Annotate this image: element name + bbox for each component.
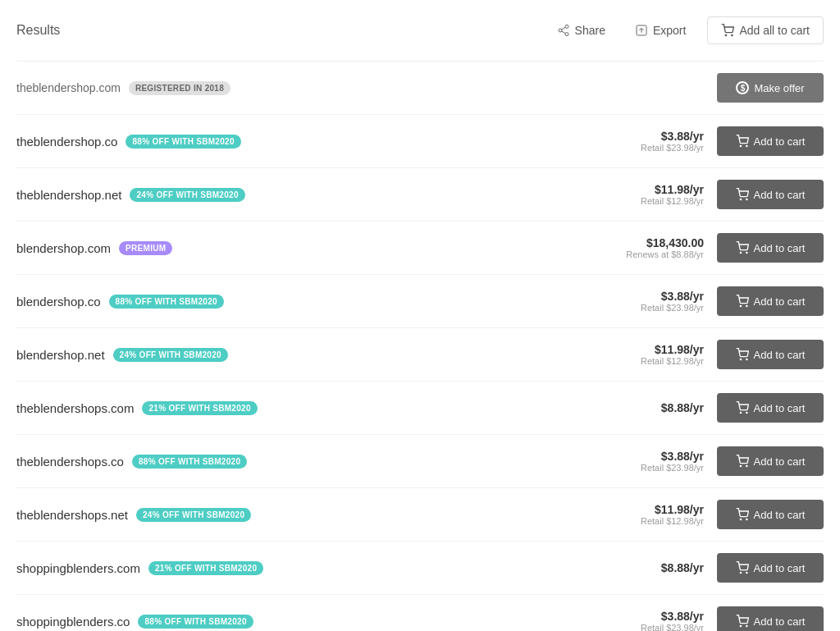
domain-name: theblendershops.co [16, 455, 124, 469]
domain-name: blendershop.co [16, 295, 101, 309]
cart-icon [736, 401, 749, 414]
svg-point-21 [740, 465, 741, 466]
price-retail: Retail $23.98/yr [641, 143, 704, 153]
domain-badge: 88% OFF WITH SBM2020 [126, 135, 240, 149]
price-main: $3.88/yr [641, 130, 704, 143]
add-to-cart-button[interactable]: Add to cart [717, 446, 824, 476]
add-to-cart-button[interactable]: Add to cart [717, 233, 824, 263]
button-label: Add to cart [754, 509, 806, 521]
domain-left: theblendershops.co88% OFF WITH SBM2020 [16, 455, 641, 469]
add-to-cart-button[interactable]: Add to cart [717, 286, 824, 316]
domain-right: $11.98/yrRetail $12.98/yrAdd to cart [641, 340, 824, 369]
price-block: $8.88/yr [661, 561, 704, 574]
domain-badge: 24% OFF WITH SBM2020 [130, 188, 244, 202]
share-button[interactable]: Share [549, 19, 614, 42]
domain-badge: REGISTERED IN 2018 [129, 81, 231, 95]
cart-icon [736, 135, 749, 148]
add-to-cart-button[interactable]: Add to cart [717, 180, 824, 209]
svg-point-28 [746, 625, 746, 626]
domain-badge: 21% OFF WITH SBM2020 [142, 401, 257, 415]
domain-name: theblendershop.net [16, 188, 121, 202]
domain-name: blendershop.net [16, 348, 105, 362]
price-block: $8.88/yr [661, 401, 704, 414]
price-block: $3.88/yrRetail $23.98/yr [641, 450, 704, 473]
svg-point-14 [746, 252, 746, 253]
domain-right: $Make offer [717, 73, 824, 103]
add-to-cart-button[interactable]: Add to cart [717, 340, 824, 369]
price-retail: Retail $12.98/yr [641, 516, 704, 526]
domain-right: $3.88/yrRetail $23.98/yrAdd to cart [641, 126, 824, 156]
svg-point-16 [746, 305, 746, 306]
price-block: $3.88/yrRetail $23.98/yr [641, 130, 704, 153]
domain-badge: 24% OFF WITH SBM2020 [136, 508, 251, 522]
header-actions: Share Export Add all to cart [549, 16, 824, 44]
svg-point-18 [746, 359, 746, 359]
add-to-cart-button[interactable]: Add to cart [717, 393, 824, 423]
export-button[interactable]: Export [627, 19, 694, 42]
price-retail: Retail $23.98/yr [641, 303, 704, 313]
domain-left: theblendershop.co88% OFF WITH SBM2020 [16, 135, 641, 149]
button-label: Add to cart [754, 189, 806, 201]
svg-point-13 [740, 252, 741, 253]
price-block: $3.88/yrRetail $23.98/yr [641, 290, 704, 313]
domain-right: $8.88/yrAdd to cart [661, 393, 824, 423]
add-to-cart-button[interactable]: Add to cart [717, 126, 824, 156]
svg-point-17 [740, 359, 741, 359]
price-main: $11.98/yr [641, 503, 704, 516]
table-row: blendershop.co88% OFF WITH SBM2020$3.88/… [16, 275, 824, 328]
add-to-cart-button[interactable]: Add to cart [717, 606, 824, 631]
button-label: Add to cart [754, 562, 806, 574]
add-to-cart-button[interactable]: Add to cart [717, 500, 824, 529]
svg-point-11 [740, 199, 741, 199]
share-icon [557, 24, 570, 37]
domain-name: theblendershops.com [16, 401, 134, 415]
domain-name: shoppingblenders.com [16, 561, 140, 575]
domain-left: blendershop.comPREMIUM [16, 241, 626, 255]
domain-badge: 21% OFF WITH SBM2020 [148, 561, 263, 575]
domain-badge: 88% OFF WITH SBM2020 [132, 455, 247, 469]
cart-icon [736, 241, 749, 254]
svg-point-1 [559, 29, 562, 32]
make-offer-button[interactable]: $Make offer [717, 73, 824, 103]
cart-icon [736, 188, 749, 201]
price-retail: Renews at $8.88/yr [626, 249, 704, 259]
cart-icon [736, 295, 749, 308]
table-row: shoppingblenders.com21% OFF WITH SBM2020… [16, 542, 824, 595]
button-label: Add to cart [754, 135, 806, 148]
page-title: Results [16, 23, 60, 38]
cart-icon [736, 508, 749, 521]
domain-left: shoppingblenders.com21% OFF WITH SBM2020 [16, 561, 661, 575]
domain-list: theblendershop.comREGISTERED IN 2018$Mak… [16, 62, 824, 631]
svg-point-0 [565, 25, 568, 28]
svg-point-26 [746, 572, 746, 573]
price-block: $11.98/yrRetail $12.98/yr [641, 503, 704, 526]
svg-point-23 [740, 519, 741, 519]
table-row: theblendershops.net24% OFF WITH SBM2020$… [16, 488, 824, 542]
domain-left: theblendershops.com21% OFF WITH SBM2020 [16, 401, 661, 415]
button-label: Add to cart [754, 242, 806, 254]
price-main: $18,430.00 [626, 236, 704, 249]
price-main: $3.88/yr [641, 610, 704, 623]
svg-point-19 [740, 412, 741, 413]
export-icon [635, 24, 648, 37]
domain-right: $11.98/yrRetail $12.98/yrAdd to cart [641, 500, 824, 529]
export-label: Export [653, 24, 686, 37]
svg-line-3 [561, 31, 565, 34]
domain-name: theblendershop.co [16, 135, 117, 149]
svg-point-2 [565, 33, 568, 36]
button-label: Add to cart [754, 402, 806, 414]
table-row: theblendershop.comREGISTERED IN 2018$Mak… [16, 62, 824, 115]
domain-right: $3.88/yrRetail $23.98/yrAdd to cart [641, 286, 824, 316]
domain-right: $18,430.00Renews at $8.88/yrAdd to cart [626, 233, 824, 263]
price-block: $11.98/yrRetail $12.98/yr [641, 343, 704, 366]
cart-icon [721, 24, 734, 37]
svg-point-8 [732, 34, 733, 35]
domain-right: $3.88/yrRetail $23.98/yrAdd to cart [641, 446, 824, 476]
domain-badge: 88% OFF WITH SBM2020 [138, 615, 253, 629]
domain-right: $3.88/yrRetail $23.98/yrAdd to cart [641, 606, 824, 631]
add-to-cart-button[interactable]: Add to cart [717, 553, 824, 583]
domain-left: theblendershop.comREGISTERED IN 2018 [16, 81, 717, 95]
domain-left: theblendershop.net24% OFF WITH SBM2020 [16, 188, 641, 202]
add-all-to-cart-button[interactable]: Add all to cart [707, 16, 824, 44]
domain-left: shoppingblenders.co88% OFF WITH SBM2020 [16, 615, 641, 629]
